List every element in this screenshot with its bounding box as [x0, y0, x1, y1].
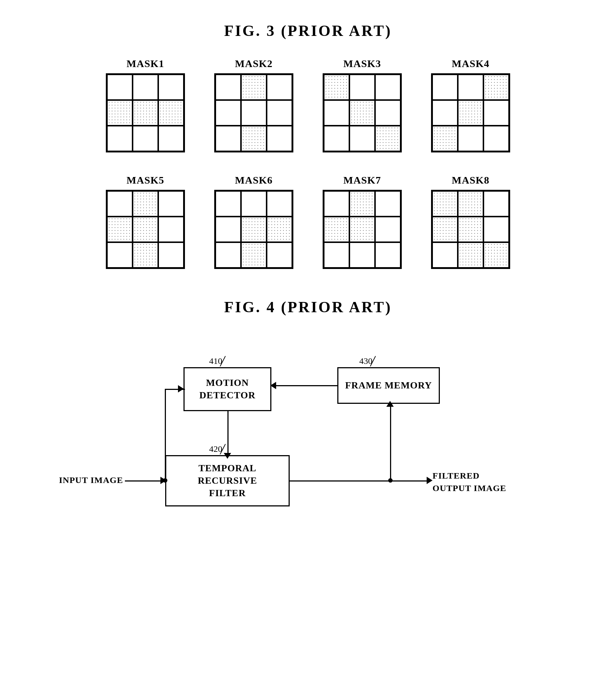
- mask-cell-1: [349, 191, 375, 217]
- mask-cell-2: [158, 74, 184, 100]
- mask-cell-6: [107, 126, 133, 151]
- mask-cell-0: [107, 191, 133, 217]
- mask-cell-6: [324, 126, 349, 151]
- mask-cell-5: [267, 217, 292, 242]
- mask-grid-mask3: [323, 73, 402, 152]
- fig3-title: FIG. 3 (PRIOR ART): [22, 22, 594, 40]
- frame-memory-box: FRAME MEMORY: [337, 367, 440, 404]
- mask-item-mask5: MASK5: [106, 174, 185, 269]
- mask-cell-6: [324, 242, 349, 268]
- mask-cell-1: [133, 191, 158, 217]
- mask-cell-7: [133, 126, 158, 151]
- arrowhead-output-fm: [386, 401, 394, 407]
- mask-grid-mask6: [214, 190, 293, 269]
- mask-cell-5: [375, 100, 401, 126]
- mask-item-mask6: MASK6: [214, 174, 293, 269]
- mask-cell-2: [483, 74, 509, 100]
- mask-cell-3: [432, 217, 458, 242]
- arrow-output-v-up: [390, 404, 391, 480]
- arrow-input-h2: [165, 389, 185, 390]
- mask-grid-mask1: [106, 73, 185, 152]
- mask-cell-6: [432, 126, 458, 151]
- mask-item-mask8: MASK8: [431, 174, 510, 269]
- mask-cell-3: [324, 100, 349, 126]
- mask-cell-7: [241, 242, 267, 268]
- mask-cell-8: [375, 126, 401, 151]
- mask-cell-0: [215, 74, 241, 100]
- mask-cell-2: [375, 74, 401, 100]
- mask-cell-0: [107, 74, 133, 100]
- mask-cell-0: [432, 74, 458, 100]
- mask-cell-2: [375, 191, 401, 217]
- masks-section: MASK1MASK2MASK3MASK4 MASK5MASK6MASK7MASK…: [22, 58, 594, 269]
- arrowhead-md-tf: [224, 453, 231, 459]
- mask-cell-8: [267, 126, 292, 151]
- mask-cell-1: [349, 74, 375, 100]
- mask-cell-3: [324, 217, 349, 242]
- mask-cell-4: [349, 100, 375, 126]
- mask-cell-2: [158, 191, 184, 217]
- mask-cell-4: [241, 217, 267, 242]
- mask-label-mask3: MASK3: [344, 58, 381, 70]
- mask-label-mask1: MASK1: [127, 58, 164, 70]
- arrow-input-v-up: [165, 389, 166, 480]
- mask-cell-0: [324, 74, 349, 100]
- mask-cell-3: [432, 100, 458, 126]
- mask-cell-8: [158, 242, 184, 268]
- mask-grid-mask5: [106, 190, 185, 269]
- mask-cell-5: [375, 217, 401, 242]
- mask-cell-8: [483, 242, 509, 268]
- mask-cell-0: [432, 191, 458, 217]
- mask-grid-mask4: [431, 73, 510, 152]
- mask-cell-1: [458, 191, 483, 217]
- mask-cell-5: [158, 217, 184, 242]
- mask-cell-7: [458, 126, 483, 151]
- mask-cell-5: [483, 217, 509, 242]
- mask-label-mask2: MASK2: [235, 58, 273, 70]
- mask-cell-0: [324, 191, 349, 217]
- mask-cell-8: [267, 242, 292, 268]
- mask-cell-8: [158, 126, 184, 151]
- motion-detector-box: MOTION DETECTOR: [183, 367, 271, 411]
- mask-cell-3: [215, 100, 241, 126]
- mask-cell-8: [375, 242, 401, 268]
- mask-cell-3: [107, 100, 133, 126]
- mask-cell-0: [215, 191, 241, 217]
- diagram-section: 410 ╱ MOTION DETECTOR 430 ╱ FRAME MEMORY…: [52, 345, 564, 536]
- mask-cell-5: [158, 100, 184, 126]
- mask-cell-5: [483, 100, 509, 126]
- mask-cell-1: [458, 74, 483, 100]
- mask-row-2: MASK5MASK6MASK7MASK8: [106, 174, 510, 269]
- mask-cell-6: [215, 242, 241, 268]
- mask-cell-5: [267, 100, 292, 126]
- mask-grid-mask2: [214, 73, 293, 152]
- mask-cell-7: [349, 242, 375, 268]
- mask-label-mask5: MASK5: [127, 174, 164, 186]
- mask-cell-1: [133, 74, 158, 100]
- mask-grid-mask7: [323, 190, 402, 269]
- mask-cell-1: [241, 74, 267, 100]
- mask-item-mask3: MASK3: [323, 58, 402, 152]
- arrow-fm-to-md: [271, 385, 337, 386]
- mask-cell-4: [241, 100, 267, 126]
- mask-cell-3: [215, 217, 241, 242]
- mask-cell-8: [483, 126, 509, 151]
- arrow-tf-output-h: [290, 480, 429, 482]
- frame-memory-label: FRAME MEMORY: [345, 379, 432, 392]
- mask-cell-6: [432, 242, 458, 268]
- mask-cell-4: [349, 217, 375, 242]
- mask-cell-4: [458, 217, 483, 242]
- mask-row-1: MASK1MASK2MASK3MASK4: [106, 58, 510, 152]
- input-image-label: INPUT IMAGE: [59, 475, 123, 485]
- mask-label-mask6: MASK6: [235, 174, 273, 186]
- mask-item-mask7: MASK7: [323, 174, 402, 269]
- mask-label-mask4: MASK4: [452, 58, 490, 70]
- temporal-filter-label: TEMPORAL RECURSIVE FILTER: [198, 462, 257, 499]
- arrowhead-fm-md: [270, 382, 276, 389]
- mask-item-mask2: MASK2: [214, 58, 293, 152]
- mask-cell-4: [458, 100, 483, 126]
- mask-label-mask7: MASK7: [344, 174, 381, 186]
- mask-label-mask8: MASK8: [452, 174, 490, 186]
- mask-cell-3: [107, 217, 133, 242]
- mask-cell-2: [267, 74, 292, 100]
